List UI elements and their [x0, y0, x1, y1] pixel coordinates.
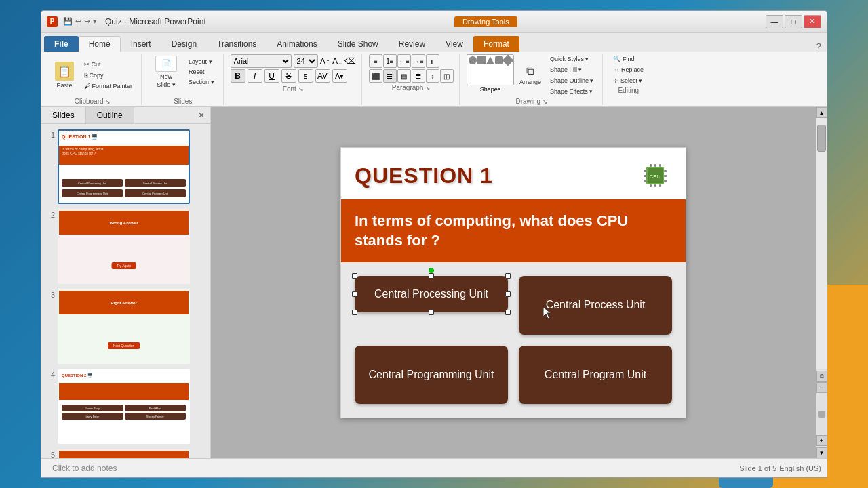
zoom-in-button[interactable]: +	[816, 435, 827, 446]
paste-button[interactable]: 📋 Paste	[50, 58, 79, 93]
slides-label: Slides	[174, 98, 192, 105]
shape-tri	[486, 56, 494, 64]
answer-button-4[interactable]: Central Program Unit	[519, 346, 672, 404]
align-center-button[interactable]: ☰	[383, 69, 397, 83]
bullets-button[interactable]: ≡	[369, 54, 382, 68]
align-right-button[interactable]: ▤	[397, 69, 411, 83]
reset-button[interactable]: Reset	[185, 67, 218, 77]
tab-review[interactable]: Review	[389, 36, 435, 52]
cut-button[interactable]: ✂ Cut	[81, 60, 136, 69]
italic-button[interactable]: I	[248, 69, 262, 83]
increase-font-button[interactable]: A↑	[320, 56, 330, 66]
answer-button-3[interactable]: Central Programming Unit	[355, 346, 508, 404]
font-size-select[interactable]: 24	[294, 54, 318, 68]
tab-home[interactable]: Home	[79, 36, 121, 52]
decrease-indent-button[interactable]: ←≡	[397, 54, 411, 68]
shape-outline-button[interactable]: Shape Outline ▾	[547, 76, 597, 85]
close-button[interactable]: ✕	[804, 15, 821, 28]
scroll-thumb[interactable]	[817, 125, 826, 152]
slide-thumb-3[interactable]: 3 Right Answer Next Question	[44, 289, 208, 364]
slide-thumb-4[interactable]: 4 QUESTION 2 🖥️ James Truly Paul Allen L…	[44, 369, 208, 444]
svg-rect-4	[654, 164, 656, 167]
canvas-area[interactable]: QUESTION 1 CPU	[211, 107, 816, 458]
panel-close-button[interactable]: ✕	[193, 107, 210, 123]
copy-button[interactable]: ⎘ Copy	[81, 70, 136, 80]
shape-circle	[469, 56, 477, 64]
handle-tc	[429, 273, 434, 279]
columns-button[interactable]: ⫿	[426, 54, 439, 68]
tab-format[interactable]: Format	[473, 36, 519, 52]
slide-thumb-1[interactable]: 1 QUESTION 1 🖥️ In terms of computing, w…	[44, 129, 208, 204]
replace-button[interactable]: ↔ Replace	[610, 65, 647, 75]
answer-button-1[interactable]: Central Processing Unit	[355, 276, 508, 312]
char-spacing-button[interactable]: AV	[315, 69, 330, 83]
scroll-track	[816, 118, 827, 369]
scroll-down-button[interactable]: ▼	[816, 447, 827, 458]
find-button[interactable]: 🔍 Find	[610, 54, 637, 64]
slide-thumbnail-4: QUESTION 2 🖥️ James Truly Paul Allen Lar…	[58, 369, 190, 444]
question-number: QUESTION 1	[355, 163, 493, 188]
new-slide-button[interactable]: 📄 New Slide ▾	[149, 54, 184, 89]
slide-thumb-5[interactable]: 5 Wrong Answer Back to Quiz	[44, 449, 208, 458]
shapes-palette	[467, 54, 514, 85]
font-color-button[interactable]: A▾	[332, 69, 347, 83]
slide-num-1: 1	[44, 131, 55, 139]
shape-fill-button[interactable]: Shape Fill ▾	[547, 65, 597, 75]
tab-insert[interactable]: Insert	[121, 36, 161, 52]
zoom-fit-button[interactable]: ⊡	[816, 371, 827, 382]
bold-button[interactable]: B	[231, 69, 245, 83]
underline-button[interactable]: U	[264, 69, 279, 83]
group-paragraph: ≡ 1≡ ←≡ →≡ ⫿ ⬛ ☰ ▤ ≣ ↕ ◫ Parag	[363, 54, 460, 105]
align-left-button[interactable]: ⬛	[369, 69, 382, 83]
tab-slideshow[interactable]: Slide Show	[328, 36, 389, 52]
select-button[interactable]: ⊹ Select ▾	[610, 76, 646, 85]
group-clipboard: 📋 Paste ✂ Cut ⎘ Copy 🖌 Format Painter Cl…	[44, 54, 142, 105]
arrange-button[interactable]: ⧉ Arrange	[517, 60, 544, 90]
tab-outline[interactable]: Outline	[86, 107, 134, 123]
quick-styles-button[interactable]: Quick Styles ▾	[547, 54, 597, 64]
numbering-button[interactable]: 1≡	[383, 54, 397, 68]
format-painter-button[interactable]: 🖌 Format Painter	[81, 81, 136, 91]
strikethrough-button[interactable]: S	[281, 69, 296, 83]
answers-area: Central Processing Unit	[341, 262, 686, 418]
convert-to-smartart-button[interactable]: ◫	[440, 69, 454, 83]
shape-effects-button[interactable]: Shape Effects ▾	[547, 87, 597, 96]
text-direction-button[interactable]: ↕	[426, 69, 439, 83]
shadow-button[interactable]: s	[298, 69, 313, 83]
tab-slides[interactable]: Slides	[41, 107, 86, 123]
tab-animations[interactable]: Animations	[267, 36, 327, 52]
main-slide[interactable]: QUESTION 1 CPU	[340, 147, 686, 418]
section-button[interactable]: Section ▾	[185, 77, 218, 87]
svg-rect-9	[644, 170, 646, 172]
decrease-font-button[interactable]: A↓	[332, 56, 342, 66]
editing-label: Editing	[618, 87, 639, 94]
justify-button[interactable]: ≣	[412, 69, 425, 83]
handle-mr	[505, 291, 511, 297]
slides-list: 1 QUESTION 1 🖥️ In terms of computing, w…	[41, 124, 210, 458]
tab-design[interactable]: Design	[161, 36, 207, 52]
increase-indent-button[interactable]: →≡	[412, 54, 425, 68]
question-text: In terms of computing, what does CPU sta…	[355, 211, 672, 250]
slide-thumb-2[interactable]: 2 Wrong Answer Try Again	[44, 209, 208, 284]
slide-thumbnail-1: QUESTION 1 🖥️ In terms of computing, wha…	[58, 129, 190, 204]
zoom-slider[interactable]	[817, 394, 827, 434]
notes-area[interactable]: Click to add notes	[47, 464, 739, 473]
app-icon: P	[47, 16, 58, 27]
layout-button[interactable]: Layout ▾	[185, 57, 218, 66]
svg-text:CPU: CPU	[650, 174, 661, 180]
maximize-button[interactable]: □	[785, 15, 802, 28]
font-name-select[interactable]: Arial	[231, 54, 292, 68]
minimize-button[interactable]: —	[766, 15, 783, 28]
tab-file[interactable]: File	[44, 36, 79, 52]
language: English (US)	[779, 464, 821, 472]
clear-format-button[interactable]: ⌫	[344, 56, 356, 66]
slide-thumbnail-3: Right Answer Next Question	[58, 289, 190, 364]
help-button[interactable]: ?	[816, 41, 821, 52]
svg-rect-6	[650, 184, 652, 187]
slide-thumbnail-5: Wrong Answer Back to Quiz	[58, 449, 190, 458]
tab-transitions[interactable]: Transitions	[207, 36, 267, 52]
tab-view[interactable]: View	[435, 36, 473, 52]
zoom-out-button[interactable]: −	[816, 382, 827, 393]
scroll-up-button[interactable]: ▲	[816, 107, 827, 118]
answer-button-2[interactable]: Central Process Unit	[519, 276, 672, 334]
